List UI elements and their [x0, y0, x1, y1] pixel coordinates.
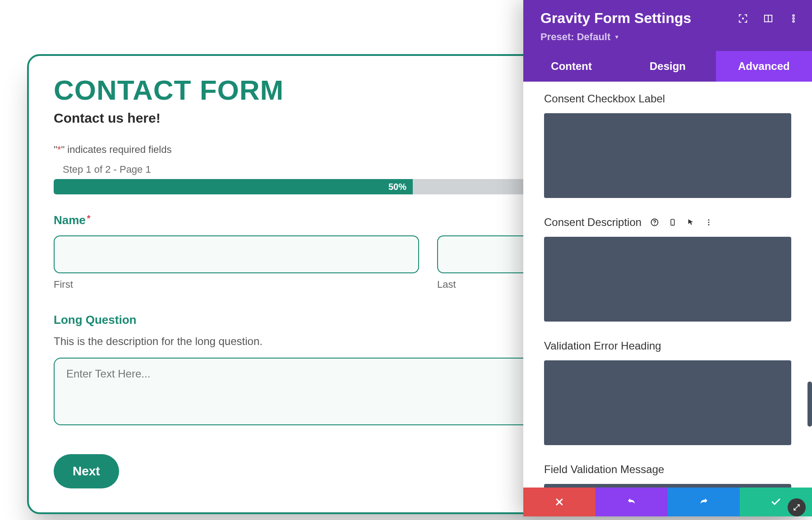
setting-textarea[interactable] [544, 113, 791, 198]
tab-content[interactable]: Content [523, 51, 619, 82]
first-name-sublabel: First [54, 279, 419, 290]
header-icons [738, 14, 798, 23]
next-button[interactable]: Next [54, 454, 119, 488]
preset-selector[interactable]: Preset: Default ▼ [540, 31, 619, 43]
caret-down-icon: ▼ [614, 34, 619, 40]
setting-textarea[interactable] [544, 237, 791, 322]
setting-textarea[interactable] [544, 360, 791, 445]
setting-consent-checkbox-label: Consent Checkbox Label [544, 92, 791, 200]
panel-title: Gravity Form Settings [540, 10, 691, 27]
expand-fab[interactable] [788, 498, 806, 516]
first-name-col: First [54, 235, 419, 290]
svg-rect-0 [742, 18, 744, 19]
setting-label: Field Validation Message [544, 463, 664, 476]
setting-validation-error-heading: Validation Error Heading [544, 340, 791, 447]
svg-point-5 [793, 20, 794, 22]
first-name-input[interactable] [54, 235, 419, 273]
setting-label: Consent Checkbox Label [544, 92, 665, 105]
setting-field-validation-message: Field Validation Message [544, 463, 791, 488]
panel-tabs: Content Design Advanced [523, 51, 812, 82]
preset-label: Preset: Default [540, 31, 610, 43]
redo-button[interactable] [668, 488, 740, 516]
scrollbar-thumb[interactable] [807, 382, 812, 427]
svg-point-10 [708, 219, 710, 221]
panel-footer [523, 488, 812, 516]
setting-label: Consent Description [544, 216, 641, 229]
progress-label: 50% [388, 182, 406, 192]
setting-label: Validation Error Heading [544, 340, 661, 352]
svg-point-3 [793, 14, 794, 16]
required-asterisk: * [87, 213, 91, 223]
cursor-icon[interactable] [686, 217, 696, 227]
responsive-icon[interactable] [668, 217, 678, 227]
undo-button[interactable] [595, 488, 668, 516]
close-button[interactable] [523, 488, 595, 516]
focus-icon[interactable] [738, 14, 748, 23]
svg-point-12 [708, 224, 710, 225]
columns-icon[interactable] [763, 14, 773, 23]
more-vert-icon[interactable] [704, 217, 714, 227]
progress-bar-fill: 50% [54, 179, 413, 194]
svg-point-4 [793, 18, 794, 19]
setting-consent-description: Consent Description [544, 216, 791, 323]
svg-point-7 [654, 224, 655, 225]
setting-textarea[interactable] [544, 484, 791, 488]
panel-header: Gravity Form Settings Preset: Default ▼ [523, 0, 812, 51]
help-icon[interactable] [650, 217, 660, 227]
tab-advanced[interactable]: Advanced [716, 51, 812, 82]
settings-panel: Gravity Form Settings Preset: Default ▼ … [523, 0, 812, 516]
panel-body[interactable]: Consent Checkbox Label Consent Descripti… [523, 82, 812, 488]
tab-design[interactable]: Design [619, 51, 715, 82]
svg-point-11 [708, 222, 710, 223]
more-vert-icon[interactable] [789, 14, 798, 23]
